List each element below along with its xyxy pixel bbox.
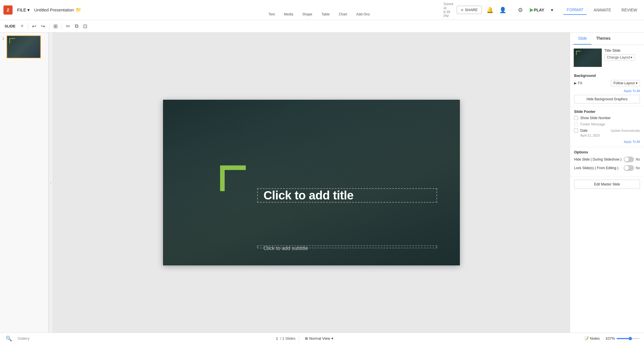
- text-tool[interactable]: Text: [265, 3, 278, 17]
- change-layout-button[interactable]: Change Layout ▾: [604, 54, 635, 61]
- play-label: PLAY: [534, 8, 544, 12]
- notes-icon: 📝: [584, 336, 589, 341]
- change-layout-chevron: ▾: [631, 55, 632, 59]
- main-content: 1 ‹ Click to add title Click t: [0, 33, 644, 333]
- file-menu-chevron: ▾: [27, 7, 30, 13]
- footer-apply-link[interactable]: Apply To All: [624, 140, 640, 143]
- shape-tool[interactable]: Shape: [299, 3, 316, 17]
- rp-background-title: Background: [574, 73, 640, 78]
- slide-subtitle-text[interactable]: Click to add subtitle: [258, 246, 436, 251]
- addons-tool[interactable]: Add-Ons: [353, 3, 373, 17]
- paste-button[interactable]: ⊡: [81, 22, 89, 31]
- show-slide-number-row: Show Slide Number: [574, 116, 640, 120]
- search-button[interactable]: 🔍: [5, 334, 13, 343]
- bb-left: 🔍 Gallery: [5, 334, 29, 343]
- fill-dropdown[interactable]: Follow Layout ▾: [611, 80, 640, 86]
- lock-slide-thumb: [624, 166, 629, 170]
- view-mode-button[interactable]: ⊞ Normal View ▾: [303, 335, 335, 342]
- rp-fill-row: ▶ Fill Follow Layout ▾: [574, 80, 640, 86]
- rp-footer-title: Slide Footer: [574, 109, 640, 114]
- show-slide-number-label: Show Slide Number: [580, 116, 611, 120]
- share-button[interactable]: ⎋ SHARE: [457, 6, 482, 14]
- top-bar-left: Z FILE ▾ Untitled Presentation 📁: [3, 5, 123, 15]
- hide-slide-toggle[interactable]: No: [624, 157, 640, 162]
- panel-collapse-handle[interactable]: ‹: [49, 33, 53, 333]
- rp-slide-preview: Title Slide Change Layout ▾: [573, 48, 641, 67]
- chart-tool[interactable]: Chart: [335, 3, 351, 17]
- tab-animate[interactable]: ANIMATE: [590, 5, 615, 15]
- rp-slide-info: Title Slide Change Layout ▾: [604, 48, 641, 61]
- footer-message-row: Footer Message: [574, 122, 640, 126]
- bb-right: 📝 Notes 107%: [582, 335, 639, 342]
- rp-options-title: Options: [574, 150, 640, 154]
- tab-slide[interactable]: Slide: [573, 33, 591, 45]
- zoom-control: 107%: [605, 336, 639, 341]
- right-panel-tabs: Slide Themes: [570, 33, 644, 45]
- copy-button[interactable]: ⧉: [73, 22, 80, 30]
- gallery-label[interactable]: Gallery: [18, 336, 29, 341]
- layout-button[interactable]: ⊞: [52, 22, 59, 31]
- rp-fill-label: ▶ Fill: [574, 81, 582, 85]
- slide-canvas[interactable]: Click to add title Click to add subtitle: [163, 100, 460, 265]
- lock-slide-track[interactable]: [624, 165, 634, 171]
- account-button[interactable]: 👤: [498, 5, 508, 15]
- top-bar-right: Saved at 8:39 PM ⎋ SHARE 🔔 👤 ⚙ ▶ PLAY ▾ …: [515, 2, 641, 18]
- lock-slide-label: Lock Slide(s) ( From Editing ): [574, 166, 618, 170]
- share-icon: ⎋: [461, 8, 463, 12]
- canvas-area[interactable]: Click to add title Click to add subtitle: [53, 33, 570, 333]
- cut-button[interactable]: ✂: [64, 22, 72, 31]
- title-folder-icon: 📁: [76, 7, 81, 13]
- slide-title-text[interactable]: Click to add title: [258, 189, 436, 202]
- hide-slide-row: Hide Slide ( During Slideshow ) No: [574, 157, 640, 162]
- rp-slide-name: Title Slide: [604, 48, 641, 53]
- footer-message-checkbox[interactable]: [574, 122, 578, 126]
- notes-button[interactable]: 📝 Notes: [582, 335, 602, 342]
- view-mode-icon: ⊞: [305, 336, 308, 341]
- shape-tool-label: Shape: [302, 12, 312, 16]
- view-mode-label: Normal View: [309, 336, 330, 341]
- add-slide-button[interactable]: +: [19, 22, 25, 30]
- top-bar: Z FILE ▾ Untitled Presentation 📁 Text Me…: [0, 0, 644, 20]
- apply-to-all-link[interactable]: Apply To All: [624, 89, 640, 93]
- play-dropdown-button[interactable]: ▾: [550, 6, 554, 14]
- slide-subtitle-box[interactable]: Click to add subtitle: [257, 245, 437, 248]
- play-button[interactable]: ▶ PLAY: [528, 5, 546, 14]
- redo-button[interactable]: ↪: [39, 22, 47, 31]
- fill-arrow-icon: ▶: [574, 81, 577, 85]
- show-slide-number-checkbox[interactable]: [574, 116, 578, 120]
- table-tool[interactable]: Table: [318, 3, 333, 17]
- footer-message-label: Footer Message: [580, 122, 605, 126]
- lock-slide-row: Lock Slide(s) ( From Editing ) No: [574, 165, 640, 171]
- hide-slide-track[interactable]: [624, 157, 634, 162]
- text-tool-label: Text: [269, 12, 275, 16]
- rp-thumb-logo: [576, 51, 581, 55]
- slide-title-box[interactable]: Click to add title: [257, 188, 437, 203]
- file-menu-button[interactable]: FILE ▾: [15, 6, 32, 14]
- slide-number: 1: [2, 35, 4, 41]
- toolbar-separator-2: [49, 23, 49, 30]
- change-layout-label: Change Layout: [607, 55, 630, 59]
- rp-thumbnail: [573, 48, 602, 67]
- media-tool[interactable]: Media: [281, 3, 297, 17]
- current-slide-number: 1: [276, 336, 278, 341]
- zoom-level: 107%: [605, 336, 615, 341]
- logo-l-vertical: [220, 165, 225, 191]
- hide-background-graphics-button[interactable]: Hide Background Graphics: [574, 95, 640, 103]
- notification-button[interactable]: 🔔: [485, 5, 495, 15]
- bb-divider: [299, 335, 299, 343]
- tab-review[interactable]: REVIEW: [618, 5, 641, 15]
- tab-themes[interactable]: Themes: [591, 33, 615, 45]
- zoom-slider[interactable]: [617, 338, 639, 339]
- date-value: April 21, 2023: [580, 134, 640, 137]
- zoom-handle[interactable]: [629, 337, 632, 340]
- settings-button[interactable]: ⚙: [517, 5, 524, 15]
- share-label: SHARE: [465, 8, 478, 12]
- date-checkbox[interactable]: [574, 129, 578, 133]
- slide-thumb-wrapper: 1: [2, 35, 46, 58]
- undo-button[interactable]: ↩: [30, 22, 38, 31]
- bb-center: 1 / 1 Slides ⊞ Normal View ▾: [276, 335, 335, 343]
- edit-master-slide-button[interactable]: Edit Master Slide: [574, 180, 640, 189]
- lock-slide-toggle[interactable]: No: [624, 165, 640, 171]
- tab-format[interactable]: FORMAT: [563, 5, 587, 15]
- slide-thumbnail[interactable]: [7, 35, 41, 58]
